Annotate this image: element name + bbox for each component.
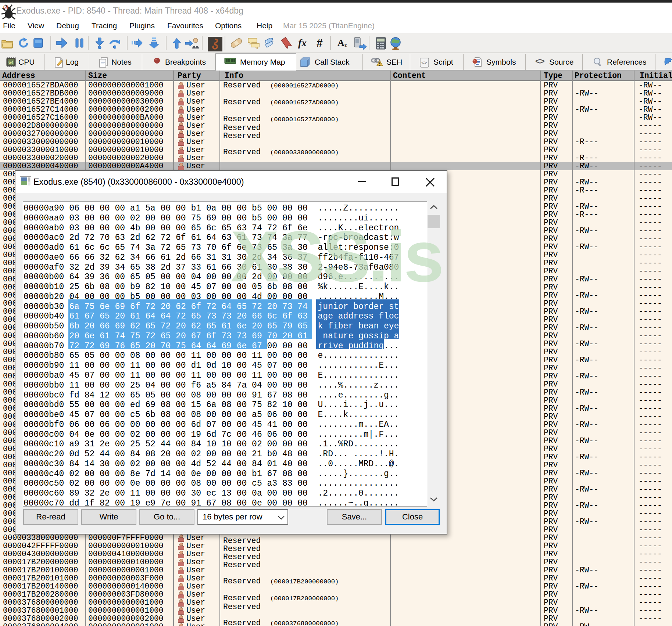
svg-text:64: 64 [8,60,14,65]
svg-text:#: # [317,37,323,49]
svg-text:A: A [337,37,344,48]
svg-text:<>: <> [535,57,545,66]
svg-text:64: 64 [3,5,8,10]
svg-text:z: z [344,42,347,48]
svg-text:fx: fx [298,37,307,48]
svg-text:<>: <> [421,60,427,66]
